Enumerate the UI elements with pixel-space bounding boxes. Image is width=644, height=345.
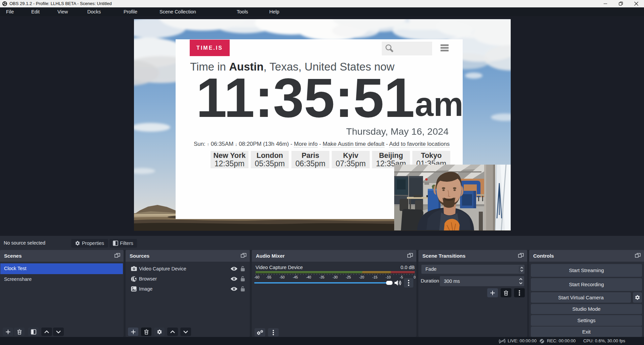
svg-text:-50: -50 [279, 275, 284, 279]
svg-text:-10: -10 [385, 275, 390, 279]
svg-text:-25: -25 [346, 275, 351, 279]
svg-text:-60: -60 [254, 275, 259, 279]
svg-text:-45: -45 [293, 275, 298, 279]
svg-text:-20: -20 [359, 275, 364, 279]
svg-text:0: 0 [414, 275, 416, 279]
svg-text:-55: -55 [266, 275, 271, 279]
svg-text:-40: -40 [306, 275, 311, 279]
svg-text:-30: -30 [332, 275, 337, 279]
svg-text:-5: -5 [400, 275, 403, 279]
svg-text:-15: -15 [372, 275, 377, 279]
svg-text:-35: -35 [319, 275, 324, 279]
